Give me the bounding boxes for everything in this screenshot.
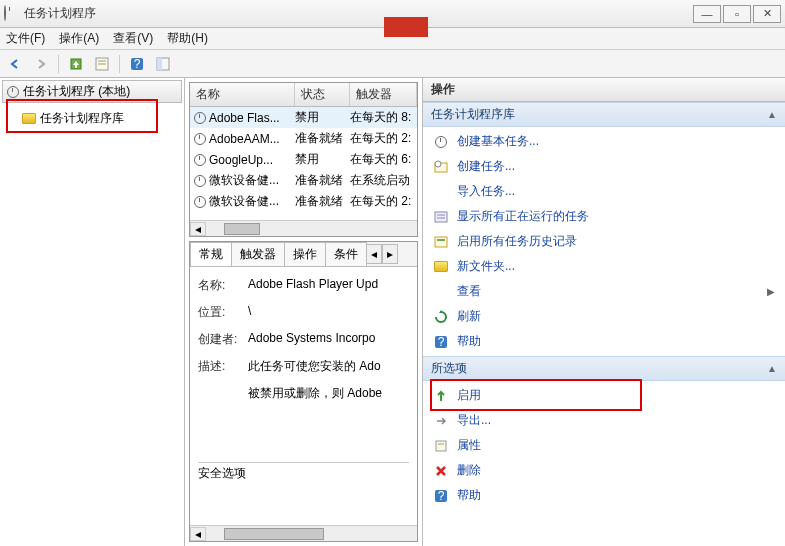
task-row[interactable]: 微软设备健...准备就绪在系统启动: [190, 170, 417, 191]
action-enable[interactable]: 启用: [423, 383, 785, 408]
forward-button[interactable]: [30, 53, 52, 75]
menu-action[interactable]: 操作(A): [59, 30, 99, 47]
label-location: 位置:: [198, 304, 248, 321]
task-row[interactable]: AdobeAAM...准备就绪在每天的 2:: [190, 128, 417, 149]
task-status: 准备就绪: [295, 193, 350, 210]
import-icon: [433, 184, 449, 200]
task-trigger: 在每天的 2:: [350, 130, 417, 147]
svg-text:?: ?: [438, 335, 445, 349]
col-name[interactable]: 名称: [190, 83, 295, 106]
tree-root[interactable]: 任务计划程序 (本地): [2, 80, 182, 103]
menu-file[interactable]: 文件(F): [6, 30, 45, 47]
section-selected[interactable]: 所选项 ▲: [423, 356, 785, 381]
task-row[interactable]: 微软设备健...准备就绪在每天的 2:: [190, 191, 417, 212]
task-status: 准备就绪: [295, 130, 350, 147]
task-row[interactable]: Adobe Flas...禁用在每天的 8:: [190, 107, 417, 128]
detail-panel: 常规 触发器 操作 条件 ◂ ▸ 名称:Adobe Flash Player U…: [189, 241, 418, 542]
svg-text:?: ?: [134, 57, 141, 71]
panel-button[interactable]: [152, 53, 174, 75]
scroll-thumb[interactable]: [224, 223, 260, 235]
menu-view[interactable]: 查看(V): [113, 30, 153, 47]
action-export[interactable]: 导出...: [423, 408, 785, 433]
action-label: 导入任务...: [457, 183, 515, 200]
value-author: Adobe Systems Incorpo: [248, 331, 409, 348]
folder-icon: [22, 113, 36, 124]
action-show-running[interactable]: 显示所有正在运行的任务: [423, 204, 785, 229]
action-new-folder[interactable]: 新文件夹...: [423, 254, 785, 279]
scroll-thumb[interactable]: [224, 528, 324, 540]
action-view[interactable]: 查看▶: [423, 279, 785, 304]
svg-rect-13: [435, 237, 447, 247]
maximize-button[interactable]: ▫: [723, 5, 751, 23]
action-help2[interactable]: ?帮助: [423, 483, 785, 508]
detail-scrollbar[interactable]: ◂: [190, 525, 417, 541]
action-label: 启用所有任务历史记录: [457, 233, 577, 250]
horizontal-scrollbar[interactable]: ◂: [190, 220, 417, 236]
label-author: 创建者:: [198, 331, 248, 348]
action-label: 创建任务...: [457, 158, 515, 175]
task-trigger: 在每天的 6:: [350, 151, 417, 168]
help-toolbar-button[interactable]: ?: [126, 53, 148, 75]
scroll-left-arrow[interactable]: ◂: [190, 527, 206, 541]
section-library[interactable]: 任务计划程序库 ▲: [423, 102, 785, 127]
refresh-icon: [433, 309, 449, 325]
tree-library-label: 任务计划程序库: [40, 110, 124, 127]
delete-icon: [433, 463, 449, 479]
action-create-task[interactable]: 创建任务...: [423, 154, 785, 179]
up-button[interactable]: [65, 53, 87, 75]
svg-text:?: ?: [438, 489, 445, 503]
svg-rect-10: [435, 212, 447, 222]
action-label: 删除: [457, 462, 481, 479]
action-refresh[interactable]: 刷新: [423, 304, 785, 329]
col-trigger[interactable]: 触发器: [350, 83, 417, 106]
actions-header: 操作: [423, 78, 785, 102]
action-enable-history[interactable]: 启用所有任务历史记录: [423, 229, 785, 254]
export-icon: [433, 413, 449, 429]
menu-help[interactable]: 帮助(H): [167, 30, 208, 47]
tab-conditions[interactable]: 条件: [325, 242, 367, 266]
value-desc2: 被禁用或删除，则 Adobe: [248, 385, 409, 402]
task-icon: [194, 112, 206, 124]
tree-root-label: 任务计划程序 (本地): [23, 83, 130, 100]
task-trigger: 在系统启动: [350, 172, 417, 189]
action-label: 显示所有正在运行的任务: [457, 208, 589, 225]
tab-nav-left[interactable]: ◂: [366, 244, 382, 264]
tab-nav-right[interactable]: ▸: [382, 244, 398, 264]
svg-rect-17: [436, 441, 446, 451]
action-label: 新文件夹...: [457, 258, 515, 275]
action-import[interactable]: 导入任务...: [423, 179, 785, 204]
col-status[interactable]: 状态: [295, 83, 350, 106]
window-controls: — ▫ ✕: [693, 5, 781, 23]
scroll-left-arrow[interactable]: ◂: [190, 222, 206, 236]
tab-general[interactable]: 常规: [190, 242, 232, 266]
collapse-icon: ▲: [767, 363, 777, 374]
close-button[interactable]: ✕: [753, 5, 781, 23]
actions-pane: 操作 任务计划程序库 ▲ 创建基本任务...创建任务...导入任务...显示所有…: [423, 78, 785, 546]
enable-history-icon: [433, 234, 449, 250]
main-content: 任务计划程序 (本地) 任务计划程序库 名称 状态 触发器 Adobe Flas…: [0, 78, 785, 546]
action-delete[interactable]: 删除: [423, 458, 785, 483]
label-desc: 描述:: [198, 358, 248, 375]
new-folder-icon: [433, 259, 449, 275]
create-task-icon: [433, 159, 449, 175]
task-status: 禁用: [295, 109, 350, 126]
minimize-button[interactable]: —: [693, 5, 721, 23]
view-icon: [433, 284, 449, 300]
task-row[interactable]: GoogleUp...禁用在每天的 6:: [190, 149, 417, 170]
properties-button[interactable]: [91, 53, 113, 75]
action-help1[interactable]: ?帮助: [423, 329, 785, 354]
action-label: 刷新: [457, 308, 481, 325]
task-icon: [194, 154, 206, 166]
back-button[interactable]: [4, 53, 26, 75]
tab-triggers[interactable]: 触发器: [231, 242, 285, 266]
window-title: 任务计划程序: [24, 5, 693, 22]
detail-body: 名称:Adobe Flash Player Upd 位置:\ 创建者:Adobe…: [190, 267, 417, 525]
toolbar: ?: [0, 50, 785, 78]
action-create-basic[interactable]: 创建基本任务...: [423, 129, 785, 154]
tab-actions[interactable]: 操作: [284, 242, 326, 266]
action-label: 帮助: [457, 333, 481, 350]
action-properties[interactable]: 属性: [423, 433, 785, 458]
section-library-label: 任务计划程序库: [431, 106, 515, 123]
tree-library[interactable]: 任务计划程序库: [2, 107, 182, 130]
menu-bar: 文件(F) 操作(A) 查看(V) 帮助(H): [0, 28, 785, 50]
